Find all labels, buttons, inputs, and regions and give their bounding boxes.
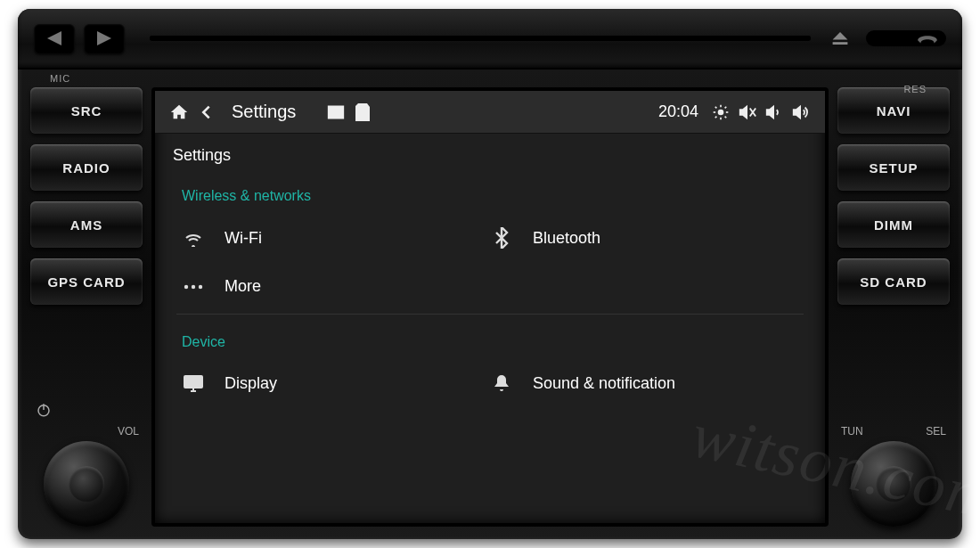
gps-card-button[interactable]: GPS CARD [30, 258, 143, 305]
prev-track-button[interactable] [34, 23, 75, 53]
wifi-icon [182, 229, 205, 247]
svg-point-8 [718, 109, 724, 115]
vol-label: VOL [118, 425, 139, 438]
mic-label: MIC [50, 73, 70, 84]
bell-icon [490, 373, 513, 393]
clock: 20:04 [658, 102, 698, 121]
row-more: More [155, 263, 825, 310]
tune-knob[interactable] [851, 441, 936, 527]
navi-button[interactable]: NAVI [837, 87, 950, 134]
statusbar-title: Settings [232, 102, 296, 122]
top-strip [18, 9, 962, 70]
svg-rect-6 [329, 106, 344, 118]
svg-point-20 [192, 284, 195, 288]
dimm-button[interactable]: DIMM [837, 201, 950, 248]
card-icon[interactable] [349, 103, 376, 121]
volume-knob-wrap: VOL [30, 425, 143, 527]
svg-line-13 [715, 106, 717, 108]
screen: Settings 20:04 [151, 87, 829, 527]
main-row: SRC RADIO AMS GPS CARD VOL [18, 70, 962, 539]
status-bar: Settings 20:04 [155, 91, 825, 134]
tun-label: TUN [841, 425, 863, 438]
right-buttons: NAVI SETUP DIMM SD CARD TUN SEL [837, 87, 950, 527]
section-device-title: Device [155, 318, 825, 359]
volume-down-icon[interactable] [761, 103, 788, 121]
phone-button[interactable] [866, 30, 946, 46]
head-unit: MIC RES SRC RADIO AMS GPS CARD VOL [18, 9, 962, 539]
svg-line-14 [725, 116, 727, 118]
display-label: Display [225, 374, 277, 393]
divider [176, 314, 804, 315]
home-icon[interactable] [166, 102, 192, 122]
breadcrumb: Settings [155, 134, 825, 172]
next-track-button[interactable] [84, 23, 125, 53]
display-icon [182, 374, 205, 392]
more-icon [182, 284, 205, 290]
tune-knob-wrap: TUN SEL [837, 425, 950, 527]
svg-marker-1 [97, 31, 111, 45]
mute-icon[interactable] [734, 103, 761, 121]
window-icon[interactable] [323, 104, 349, 120]
svg-point-21 [199, 284, 202, 288]
bluetooth-icon [490, 227, 513, 249]
eject-button[interactable] [827, 32, 853, 45]
settings-more[interactable]: More [182, 277, 490, 296]
settings-wifi[interactable]: Wi-Fi [182, 227, 490, 249]
left-buttons: SRC RADIO AMS GPS CARD VOL [30, 87, 143, 527]
volume-knob[interactable] [44, 441, 129, 527]
sel-label: SEL [926, 425, 946, 438]
svg-marker-2 [833, 32, 848, 39]
setup-button[interactable]: SETUP [837, 144, 950, 191]
disc-slot [150, 36, 811, 41]
svg-rect-3 [833, 42, 848, 45]
bluetooth-label: Bluetooth [533, 229, 600, 248]
back-icon[interactable] [192, 102, 219, 122]
more-label: More [225, 277, 261, 296]
settings-display[interactable]: Display [182, 373, 490, 393]
svg-rect-22 [184, 376, 202, 388]
svg-line-15 [715, 116, 717, 118]
volume-up-icon[interactable] [788, 103, 814, 121]
res-label: RES [903, 84, 927, 94]
settings-bluetooth[interactable]: Bluetooth [490, 227, 798, 249]
wifi-label: Wi-Fi [225, 229, 262, 248]
sd-card-button[interactable]: SD CARD [837, 258, 950, 305]
brightness-icon[interactable] [707, 103, 734, 121]
row-display-sound: Display Sound & notification [155, 359, 825, 407]
ams-button[interactable]: AMS [30, 201, 143, 248]
radio-button[interactable]: RADIO [30, 144, 143, 191]
src-button[interactable]: SRC [30, 87, 143, 134]
row-wifi-bt: Wi-Fi Bluetooth [155, 213, 825, 263]
section-wireless-title: Wireless & networks [155, 172, 825, 213]
power-icon [36, 402, 52, 421]
sound-label: Sound & notification [533, 374, 675, 393]
svg-line-16 [725, 106, 727, 108]
settings-sound[interactable]: Sound & notification [490, 373, 798, 393]
svg-marker-0 [47, 31, 61, 45]
svg-point-19 [184, 284, 188, 288]
